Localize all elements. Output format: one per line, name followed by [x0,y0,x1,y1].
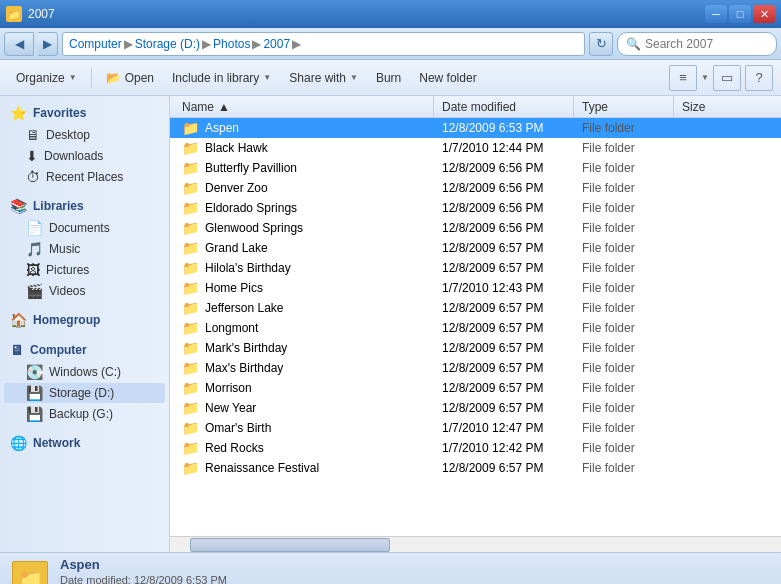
close-button[interactable]: ✕ [753,5,775,23]
storage-d-icon: 💾 [26,385,43,401]
col-header-date[interactable]: Date modified [434,96,574,117]
table-row[interactable]: 📁 New Year 12/8/2009 6:57 PM File folder [170,398,781,418]
table-row[interactable]: 📁 Mark's Birthday 12/8/2009 6:57 PM File… [170,338,781,358]
view-list-button[interactable]: ≡ [669,65,697,91]
sidebar-item-pictures[interactable]: 🖼 Pictures [4,260,165,280]
sidebar-item-videos[interactable]: 🎬 Videos [4,281,165,301]
table-row[interactable]: 📁 Omar's Birth 1/7/2010 12:47 PM File fo… [170,418,781,438]
windows-c-icon: 💽 [26,364,43,380]
app-icon: 📁 [6,6,22,22]
music-icon: 🎵 [26,241,43,257]
sidebar-item-recent-places[interactable]: ⏱ Recent Places [4,167,165,187]
search-box[interactable]: 🔍 [617,32,777,56]
title-bar: 📁 2007 ─ □ ✕ [0,0,781,28]
file-type: File folder [574,441,674,455]
homegroup-header[interactable]: 🏠 Homegroup [0,309,169,331]
folder-icon: 📁 [182,160,199,176]
table-row[interactable]: 📁 Grand Lake 12/8/2009 6:57 PM File fold… [170,238,781,258]
preview-pane-button[interactable]: ▭ [713,65,741,91]
file-type: File folder [574,321,674,335]
breadcrumb-computer[interactable]: Computer [69,37,122,51]
table-row[interactable]: 📁 Hilola's Birthday 12/8/2009 6:57 PM Fi… [170,258,781,278]
status-text: Aspen Date modified: 12/8/2009 6:53 PM F… [60,557,227,584]
folder-icon: 📁 [182,200,199,216]
table-row[interactable]: 📁 Jefferson Lake 12/8/2009 6:57 PM File … [170,298,781,318]
table-row[interactable]: 📁 Home Pics 1/7/2010 12:43 PM File folde… [170,278,781,298]
toolbar-separator-1 [91,68,92,88]
file-list[interactable]: 📁 Aspen 12/8/2009 6:53 PM File folder 📁 … [170,118,781,536]
file-date: 12/8/2009 6:57 PM [434,241,574,255]
sidebar-item-backup-g[interactable]: 💾 Backup (G:) [4,404,165,424]
breadcrumb-photos[interactable]: Photos [213,37,250,51]
back-button[interactable]: ◀ [4,32,34,56]
breadcrumb-bar[interactable]: Computer ▶ Storage (D:) ▶ Photos ▶ 2007 … [62,32,585,56]
homegroup-icon: 🏠 [10,312,27,328]
table-row[interactable]: 📁 Red Rocks 1/7/2010 12:42 PM File folde… [170,438,781,458]
file-name: Aspen [205,121,239,135]
libraries-header[interactable]: 📚 Libraries [0,195,169,217]
file-type: File folder [574,261,674,275]
table-row[interactable]: 📁 Longmont 12/8/2009 6:57 PM File folder [170,318,781,338]
sidebar-item-storage-d[interactable]: 💾 Storage (D:) [4,383,165,403]
share-dropdown-arrow: ▼ [350,73,358,82]
organize-label: Organize [16,71,65,85]
file-name: New Year [205,401,256,415]
table-row[interactable]: 📁 Black Hawk 1/7/2010 12:44 PM File fold… [170,138,781,158]
maximize-button[interactable]: □ [729,5,751,23]
organize-dropdown-arrow: ▼ [69,73,77,82]
open-button[interactable]: 📂 Open [98,64,162,92]
libraries-icon: 📚 [10,198,27,214]
table-row[interactable]: 📁 Butterfly Pavillion 12/8/2009 6:56 PM … [170,158,781,178]
search-icon: 🔍 [626,37,641,51]
favorites-header[interactable]: ⭐ Favorites [0,102,169,124]
sidebar-item-downloads[interactable]: ⬇ Downloads [4,146,165,166]
sidebar-item-music[interactable]: 🎵 Music [4,239,165,259]
search-input[interactable] [645,37,768,51]
table-row[interactable]: 📁 Max's Birthday 12/8/2009 6:57 PM File … [170,358,781,378]
col-header-size[interactable]: Size [674,96,734,117]
minimize-button[interactable]: ─ [705,5,727,23]
table-row[interactable]: 📁 Renaissance Festival 12/8/2009 6:57 PM… [170,458,781,478]
file-type: File folder [574,401,674,415]
horizontal-scrollbar[interactable] [170,536,781,552]
recent-places-icon: ⏱ [26,169,40,185]
file-name: Jefferson Lake [205,301,284,315]
col-header-name[interactable]: Name ▲ [174,96,434,117]
downloads-icon: ⬇ [26,148,38,164]
network-section: 🌐 Network [0,432,169,454]
file-type: File folder [574,241,674,255]
burn-button[interactable]: Burn [368,64,409,92]
refresh-button[interactable]: ↻ [589,32,613,56]
status-detail: Date modified: 12/8/2009 6:53 PM [60,574,227,584]
computer-header[interactable]: 🖥 Computer [0,339,169,361]
table-row[interactable]: 📁 Morrison 12/8/2009 6:57 PM File folder [170,378,781,398]
include-library-button[interactable]: Include in library ▼ [164,64,279,92]
file-date: 1/7/2010 12:44 PM [434,141,574,155]
sidebar-item-desktop[interactable]: 🖥 Desktop [4,125,165,145]
main-layout: ⭐ Favorites 🖥 Desktop ⬇ Downloads ⏱ Rece… [0,96,781,552]
new-folder-button[interactable]: New folder [411,64,484,92]
file-name: Eldorado Springs [205,201,297,215]
breadcrumb-storage[interactable]: Storage (D:) [135,37,200,51]
col-header-type[interactable]: Type [574,96,674,117]
network-header[interactable]: 🌐 Network [0,432,169,454]
organize-button[interactable]: Organize ▼ [8,64,85,92]
help-button[interactable]: ? [745,65,773,91]
sidebar-item-documents[interactable]: 📄 Documents [4,218,165,238]
breadcrumb-2007[interactable]: 2007 [263,37,290,51]
table-row[interactable]: 📁 Denver Zoo 12/8/2009 6:56 PM File fold… [170,178,781,198]
file-date: 12/8/2009 6:56 PM [434,181,574,195]
table-row[interactable]: 📁 Eldorado Springs 12/8/2009 6:56 PM Fil… [170,198,781,218]
file-date: 12/8/2009 6:57 PM [434,461,574,475]
file-date: 12/8/2009 6:57 PM [434,301,574,315]
sidebar-item-windows-c[interactable]: 💽 Windows (C:) [4,362,165,382]
forward-button[interactable]: ▶ [38,32,58,56]
table-row[interactable]: 📁 Glenwood Springs 12/8/2009 6:56 PM Fil… [170,218,781,238]
file-date: 1/7/2010 12:43 PM [434,281,574,295]
table-row[interactable]: 📁 Aspen 12/8/2009 6:53 PM File folder [170,118,781,138]
favorites-icon: ⭐ [10,105,27,121]
toolbar-right: ≡ ▼ ▭ ? [669,65,773,91]
share-with-button[interactable]: Share with ▼ [281,64,366,92]
h-scroll-thumb[interactable] [190,538,390,552]
file-type: File folder [574,141,674,155]
